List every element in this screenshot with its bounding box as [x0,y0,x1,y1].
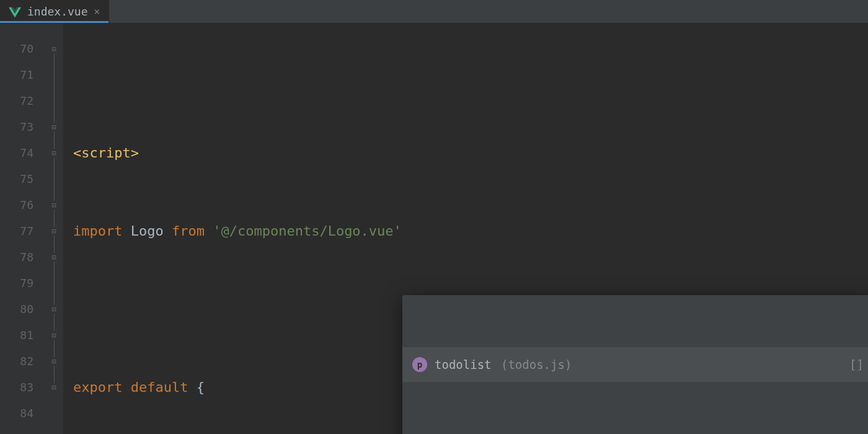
tab-index-vue[interactable]: index.vue × [0,0,109,23]
fold-gutter: ⊟ ⊟ ⊟ ⊟ ⊟ ⊟ ⊟ ⊟ ⊟ ⊟ [45,24,63,434]
fold-open-icon[interactable]: ⊟ [45,140,63,166]
line-number: 84 [0,401,45,427]
property-icon: p [412,357,427,372]
line-number: 75 [0,166,45,192]
fold-close-icon[interactable]: ⊟ [45,296,63,322]
line-number: 83 [0,374,45,401]
fold-open-icon[interactable]: ⊟ [45,114,63,140]
line-number: 81 [0,322,45,348]
line-number: 72 [0,88,45,114]
code-line: <script> [73,140,402,166]
line-number: 73 [0,114,45,140]
line-number: 70 [0,36,45,62]
code-line: export default { [73,374,402,401]
fold-open-icon[interactable]: ⊟ [45,244,63,270]
line-number: 82 [0,348,45,374]
fold-close-icon[interactable]: ⊟ [45,322,63,348]
code-line [73,296,402,322]
line-number: 77 [0,218,45,244]
fold-close-icon[interactable]: ⊟ [45,192,63,218]
code-area[interactable]: <script> import Logo from '@/components/… [63,24,402,434]
line-number: 76 [0,192,45,218]
autocomplete-popup: p todolist (todos.js) [] m hasOwnPropert… [402,295,868,434]
vue-file-icon [9,6,21,17]
fold-close-icon[interactable]: ⊟ [45,348,63,374]
code-editor[interactable]: 70 71 72 73 74 75 76 77 78 79 80 81 82 8… [0,24,868,434]
tab-filename: index.vue [27,5,88,18]
line-number-gutter: 70 71 72 73 74 75 76 77 78 79 80 81 82 8… [0,24,45,434]
current-line-highlight [63,270,402,296]
tab-bar: index.vue × [0,0,868,24]
line-number: 71 [0,62,45,88]
fold-close-icon[interactable]: ⊟ [45,374,63,401]
line-number: 79 [0,270,45,296]
line-number: 78 [0,244,45,270]
autocomplete-item[interactable]: p todolist (todos.js) [] [402,347,868,382]
code-line: import Logo from '@/components/Logo.vue' [73,218,402,244]
close-icon[interactable]: × [94,6,100,17]
line-number: 80 [0,296,45,322]
line-number: 74 [0,140,45,166]
fold-open-icon[interactable]: ⊟ [45,218,63,244]
fold-open-icon[interactable]: ⊟ [45,36,63,62]
